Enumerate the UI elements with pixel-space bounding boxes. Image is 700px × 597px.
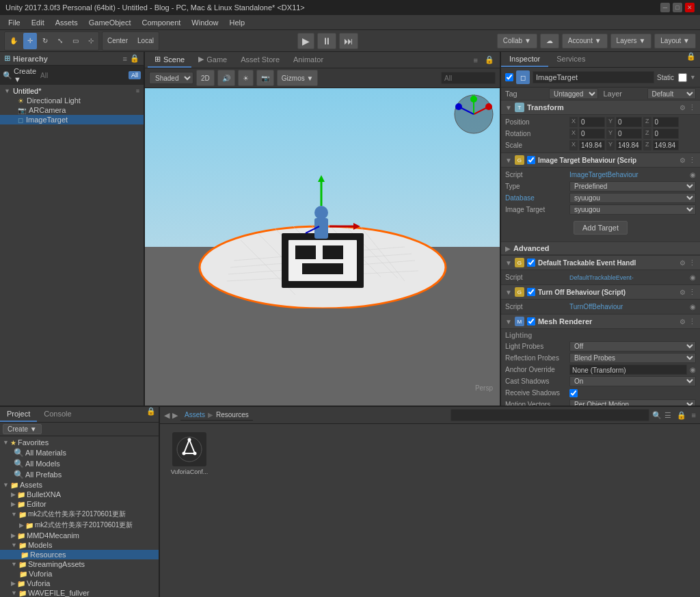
pivot-button[interactable]: Center <box>103 33 132 49</box>
list-item[interactable]: VuforiaConf... <box>165 429 213 478</box>
rot-x-field[interactable] <box>579 129 605 139</box>
create-label[interactable]: Create ▼ <box>14 67 39 83</box>
mk2-sub-item[interactable]: ▶ 📁 mk2式佐竹美亲子20170601更新 <box>0 520 159 531</box>
it-database-select[interactable]: syuugou <box>569 193 696 203</box>
hier-item-dirlight[interactable]: ☀ Directional Light <box>0 96 144 105</box>
tab-scene[interactable]: ⊞ Scene <box>148 52 191 68</box>
breadcrumb-resources[interactable]: Resources <box>216 411 249 419</box>
imagetarget-checkbox[interactable] <box>527 156 535 164</box>
cast-shadows-select[interactable]: On <box>569 376 696 386</box>
scale-z-field[interactable] <box>653 140 679 150</box>
gizmos-button[interactable]: Gizmos ▼ <box>277 70 319 86</box>
meshrenderer-settings-icon[interactable]: ⚙ <box>679 318 686 326</box>
trackable-script-value[interactable]: DefaultTrackableEvent- <box>569 274 687 281</box>
transform-tool[interactable]: ⊹ <box>84 33 98 49</box>
scene-viewport[interactable]: X Y Z Persp <box>145 88 500 406</box>
space-button[interactable]: Local <box>133 33 158 49</box>
meshrenderer-menu-icon[interactable]: ⋮ <box>688 317 696 326</box>
menu-window[interactable]: Window <box>186 17 224 28</box>
trackable-script-dot-icon[interactable]: ◉ <box>690 274 696 281</box>
editor-item[interactable]: ▶ 📁 Editor <box>0 499 159 509</box>
hierarchy-menu-icon[interactable]: ≡ <box>123 55 127 63</box>
all-materials-item[interactable]: 🔍 All Materials <box>0 447 159 458</box>
static-dropdown[interactable]: ▼ <box>690 74 696 81</box>
scene-search-input[interactable] <box>441 72 496 84</box>
asset-forward-icon[interactable]: ▶ <box>172 411 178 420</box>
pos-z-field[interactable] <box>653 117 679 127</box>
it-script-dot-icon[interactable]: ◉ <box>690 171 696 178</box>
minimize-button[interactable]: ─ <box>660 3 670 12</box>
play-button[interactable]: ▶ <box>297 33 314 49</box>
rect-tool[interactable]: ▭ <box>68 33 83 49</box>
hierarchy-search-input[interactable] <box>40 72 127 79</box>
turnoff-comp-header[interactable]: ▼ G Turn Off Behaviour (Script) ⚙ ⋮ <box>501 284 700 300</box>
hier-item-arcamera[interactable]: 📷 ARCamera <box>0 105 144 115</box>
pos-y-field[interactable] <box>616 117 642 127</box>
shading-mode-select[interactable]: Shaded <box>149 72 193 84</box>
turnoff-settings-icon[interactable]: ⚙ <box>679 289 686 296</box>
hierarchy-lock-icon[interactable]: 🔒 <box>130 54 139 63</box>
assets-group[interactable]: ▼ 📁 Assets <box>0 480 159 490</box>
favorites-group[interactable]: ▼ ★ Favorites <box>0 438 159 447</box>
mk2-item[interactable]: ▼ 📁 mk2式佐竹美亲子20170601更新 <box>0 509 159 520</box>
light-probes-select[interactable]: Off <box>569 341 696 351</box>
project-create-button[interactable]: Create ▼ <box>3 424 42 434</box>
collab-button[interactable]: Collab ▼ <box>497 34 537 49</box>
receive-shadows-checkbox[interactable] <box>569 389 578 397</box>
all-prefabs-item[interactable]: 🔍 All Prefabs <box>0 469 159 480</box>
scale-y-field[interactable] <box>616 140 642 150</box>
hand-tool[interactable]: ✋ <box>5 33 22 49</box>
transform-settings-icon[interactable]: ⚙ <box>679 104 686 111</box>
move-tool[interactable]: ✛ <box>23 33 37 49</box>
layer-select[interactable]: Default <box>647 88 697 99</box>
it-imagetarget-select[interactable]: syuugou <box>569 204 696 215</box>
meshrenderer-checkbox[interactable] <box>527 317 535 326</box>
transform-comp-header[interactable]: ▼ T Transform ⚙ ⋮ <box>501 100 700 115</box>
resources-item[interactable]: 📁 Resources <box>0 550 159 559</box>
inspector-lock-icon[interactable]: 🔒 <box>682 52 700 67</box>
mmd4-item[interactable]: ▶ 📁 MMD4Mecanim <box>0 531 159 540</box>
account-button[interactable]: Account ▼ <box>562 34 608 49</box>
trackable-comp-header[interactable]: ▼ G Default Trackable Event Handl ⚙ ⋮ <box>501 255 700 270</box>
hier-item-untitled[interactable]: ▼ Untitled* ≡ <box>0 86 144 96</box>
meshrenderer-comp-header[interactable]: ▼ M Mesh Renderer ⚙ ⋮ <box>501 314 700 329</box>
transform-menu-icon[interactable]: ⋮ <box>688 103 696 112</box>
filter-icon[interactable]: ☰ <box>664 411 671 420</box>
streaming-item[interactable]: ▼ 📁 StreamingAssets <box>0 559 159 569</box>
object-name-field[interactable] <box>533 71 654 83</box>
add-target-button[interactable]: Add Target <box>574 221 628 235</box>
rot-y-field[interactable] <box>616 129 642 139</box>
breadcrumb-assets[interactable]: Assets <box>185 411 205 419</box>
camera-button[interactable]: 📷 <box>256 70 274 86</box>
layout-button[interactable]: Layout ▼ <box>654 34 696 49</box>
vuforia-sub-item[interactable]: 📁 Vuforia <box>0 569 159 579</box>
all-models-item[interactable]: 🔍 All Models <box>0 458 159 469</box>
object-active-checkbox[interactable] <box>505 73 513 81</box>
turnoff-menu-icon[interactable]: ⋮ <box>688 288 696 297</box>
turnoff-script-value[interactable]: TurnOffBehaviour <box>569 303 687 310</box>
maximize-button[interactable]: □ <box>673 3 682 12</box>
tab-inspector[interactable]: Inspector <box>501 52 548 67</box>
tab-asset-store[interactable]: Asset Store <box>234 53 286 68</box>
cloud-button[interactable]: ☁ <box>540 34 559 49</box>
pos-x-field[interactable] <box>579 117 605 127</box>
imagetarget-comp-header[interactable]: ▼ G Image Target Behaviour (Scrip ⚙ ⋮ <box>501 152 700 168</box>
menu-gameobject[interactable]: GameObject <box>83 17 137 28</box>
reflection-probes-select[interactable]: Blend Probes <box>569 353 696 363</box>
tab-game[interactable]: ▶ Game <box>191 52 234 68</box>
scale-x-field[interactable] <box>579 140 605 150</box>
scene-panel-menu[interactable]: ≡ <box>470 56 482 64</box>
turnoff-script-dot-icon[interactable]: ◉ <box>690 303 696 310</box>
asset-back-icon[interactable]: ◀ <box>164 411 170 420</box>
audio-button[interactable]: 🔊 <box>217 70 235 86</box>
pause-button[interactable]: ⏸ <box>317 33 336 49</box>
trackable-menu-icon[interactable]: ⋮ <box>688 258 696 267</box>
layers-button[interactable]: Layers ▼ <box>610 34 652 49</box>
trackable-checkbox[interactable] <box>527 258 535 267</box>
scale-tool[interactable]: ⤡ <box>53 33 67 49</box>
motion-vectors-select[interactable]: Per Object Motion <box>569 399 696 406</box>
bulletxna-item[interactable]: ▶ 📁 BulletXNA <box>0 490 159 499</box>
rotate-tool[interactable]: ↻ <box>38 33 52 49</box>
models-item[interactable]: ▼ 📁 Models <box>0 540 159 550</box>
tab-animator[interactable]: Animator <box>286 53 330 68</box>
